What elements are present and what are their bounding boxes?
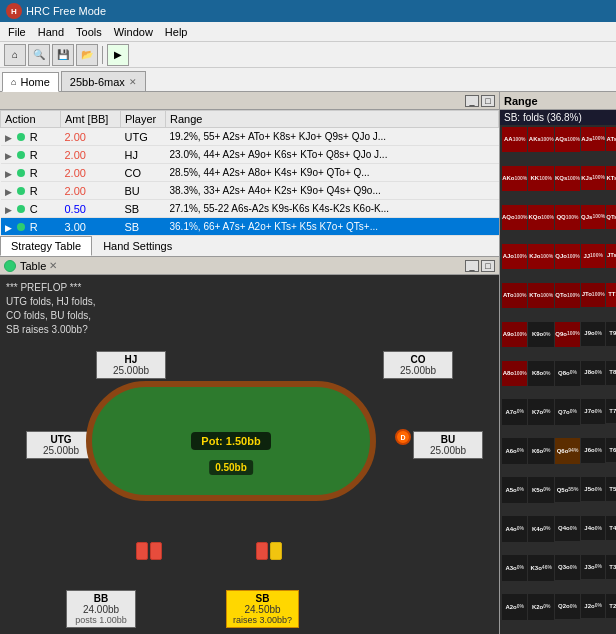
tab-home-label: Home — [20, 76, 49, 88]
hand-cell[interactable]: K5o0% — [528, 477, 553, 502]
table-row[interactable]: ▶ R3.00SB36.1%, 66+ A7s+ A2o+ KTs+ K5s K… — [1, 218, 499, 236]
hand-cell[interactable]: A9o100% — [502, 322, 527, 347]
toolbar-btn-4[interactable]: 📂 — [76, 44, 98, 66]
hand-cell[interactable]: TT100% — [606, 283, 616, 307]
hand-cell[interactable]: Q2o0% — [555, 594, 580, 619]
hand-cell[interactable]: T9o0% — [606, 322, 616, 346]
hand-cell[interactable]: J6o0% — [581, 438, 605, 462]
hand-cell[interactable]: QJs100% — [581, 205, 605, 229]
tab-strategy-table[interactable]: Strategy Table — [0, 236, 92, 256]
hand-cell[interactable]: AQo100% — [502, 205, 527, 230]
hand-cell[interactable]: A4o0% — [502, 516, 527, 541]
hand-cell[interactable]: T5o0% — [606, 477, 616, 501]
hand-cell[interactable]: AKo100% — [502, 166, 527, 191]
menu-tools[interactable]: Tools — [70, 24, 108, 40]
hand-cell[interactable]: K4o0% — [528, 516, 553, 541]
hand-cell[interactable]: KJs100% — [581, 166, 605, 190]
hand-cell[interactable]: AA100% — [502, 127, 527, 152]
co-chips: 25.00bb — [390, 365, 446, 376]
hand-cell[interactable]: AJo100% — [502, 244, 527, 269]
hand-cell[interactable]: A3o0% — [502, 555, 527, 580]
hand-cell[interactable]: J2o0% — [581, 594, 605, 618]
hand-cell[interactable]: K2o0% — [528, 594, 553, 619]
table-maximize-btn[interactable]: □ — [481, 260, 495, 272]
hand-cell[interactable]: K8o0% — [528, 361, 553, 386]
close-icon[interactable]: ✕ — [129, 77, 137, 87]
hand-cell[interactable]: Q8o0% — [555, 361, 580, 386]
pot-display: Pot: 1.50bb — [191, 432, 270, 450]
table-minimize-btn[interactable]: _ — [465, 260, 479, 272]
hand-cell[interactable]: K9o0% — [528, 322, 553, 347]
bb-chips: 24.00bb — [73, 604, 129, 615]
hand-cell[interactable]: QQ100% — [555, 205, 580, 230]
hand-cell[interactable]: T8o0% — [606, 361, 616, 385]
hand-cell[interactable]: JTo100% — [581, 283, 605, 307]
hand-cell[interactable]: QJo100% — [555, 244, 580, 269]
hand-cell[interactable]: KQs100% — [555, 166, 580, 191]
hand-cell[interactable]: ATo100% — [502, 283, 527, 308]
hand-cell[interactable]: J3o0% — [581, 555, 605, 579]
hand-cell[interactable]: JTs100% — [606, 244, 616, 268]
toolbar-btn-3[interactable]: 💾 — [52, 44, 74, 66]
hand-cell[interactable]: AQs100% — [555, 127, 580, 152]
hand-cell[interactable]: KTo100% — [528, 283, 553, 308]
hand-cell[interactable]: J8o0% — [581, 361, 605, 385]
minimize-btn[interactable]: _ — [465, 95, 479, 107]
hand-cell[interactable]: K6o0% — [528, 438, 553, 463]
hand-cell[interactable]: JJ100% — [581, 244, 605, 268]
hand-cell[interactable]: A7o0% — [502, 399, 527, 424]
table-row[interactable]: ▶ C0.50SB27.1%, 55-22 A6s-A2s K9s-K6s K4… — [1, 200, 499, 218]
table-row[interactable]: ▶ R2.00HJ23.0%, 44+ A2s+ A9o+ K6s+ KTo+ … — [1, 146, 499, 164]
menu-help[interactable]: Help — [159, 24, 194, 40]
hand-cell[interactable]: A5o0% — [502, 477, 527, 502]
menu-hand[interactable]: Hand — [32, 24, 70, 40]
hand-cell[interactable]: QTo100% — [555, 283, 580, 308]
hand-cell[interactable]: A6o0% — [502, 438, 527, 463]
tab-game[interactable]: 25bb-6max ✕ — [61, 71, 146, 91]
hand-cell[interactable]: KK100% — [528, 166, 553, 191]
hand-cell[interactable]: J7o0% — [581, 399, 605, 423]
table-tab-close-icon[interactable]: ✕ — [49, 260, 57, 271]
hand-cell[interactable]: Q3o0% — [555, 555, 580, 580]
hand-cell[interactable]: J5o0% — [581, 477, 605, 501]
menu-file[interactable]: File — [2, 24, 32, 40]
maximize-btn[interactable]: □ — [481, 95, 495, 107]
toolbar-btn-2[interactable]: 🔍 — [28, 44, 50, 66]
tab-hand-settings[interactable]: Hand Settings — [92, 236, 183, 256]
hand-cell[interactable]: KQo100% — [528, 205, 553, 230]
hand-cell[interactable]: Q5o55% — [555, 477, 580, 502]
hand-cell[interactable]: KTs100% — [606, 166, 616, 190]
hand-cell[interactable]: T3o0% — [606, 555, 616, 579]
toolbar-btn-play[interactable]: ▶ — [107, 44, 129, 66]
home-icon: ⌂ — [11, 77, 16, 87]
hand-cell[interactable]: T7o0% — [606, 399, 616, 423]
hand-cell[interactable]: A2o0% — [502, 594, 527, 619]
hand-cell[interactable]: A8o100% — [502, 361, 527, 386]
hand-cell[interactable]: AKs100% — [528, 127, 553, 152]
row-amt: 0.50 — [65, 203, 86, 215]
hand-cell[interactable]: KJo100% — [528, 244, 553, 269]
player-box-sb: SB 24.50bb raises 3.00bb? — [226, 590, 299, 628]
table-row[interactable]: ▶ R2.00CO28.5%, 44+ A2s+ A8o+ K4s+ K9o+ … — [1, 164, 499, 182]
hand-cell[interactable]: T6o0% — [606, 438, 616, 462]
hand-cell[interactable]: QTs100% — [606, 205, 616, 229]
hand-cell[interactable]: Q7o0% — [555, 399, 580, 424]
hand-cell[interactable]: T4o0% — [606, 516, 616, 540]
hand-cell[interactable]: AJs100% — [581, 127, 605, 151]
hand-cell[interactable]: J4o0% — [581, 516, 605, 540]
hand-cell[interactable]: K3o46% — [528, 555, 553, 580]
hand-cell[interactable]: ATs100% — [606, 127, 616, 151]
hand-cell[interactable]: Q9o100% — [555, 322, 580, 347]
hand-cell[interactable]: Q4o0% — [555, 516, 580, 541]
toolbar-btn-1[interactable]: ⌂ — [4, 44, 26, 66]
hand-cell[interactable]: Q6o94% — [555, 438, 580, 463]
table-row[interactable]: ▶ R2.00UTG19.2%, 55+ A2s+ ATo+ K8s+ KJo+… — [1, 128, 499, 146]
row-arrow: ▶ — [5, 133, 12, 143]
row-indicator — [17, 151, 25, 159]
hand-cell[interactable]: T2o0% — [606, 594, 616, 618]
tab-home[interactable]: ⌂ Home — [2, 72, 59, 92]
hand-cell[interactable]: K7o0% — [528, 399, 553, 424]
menu-window[interactable]: Window — [108, 24, 159, 40]
hand-cell[interactable]: J9o0% — [581, 322, 605, 346]
table-row[interactable]: ▶ R2.00BU38.3%, 33+ A2s+ A4o+ K2s+ K9o+ … — [1, 182, 499, 200]
